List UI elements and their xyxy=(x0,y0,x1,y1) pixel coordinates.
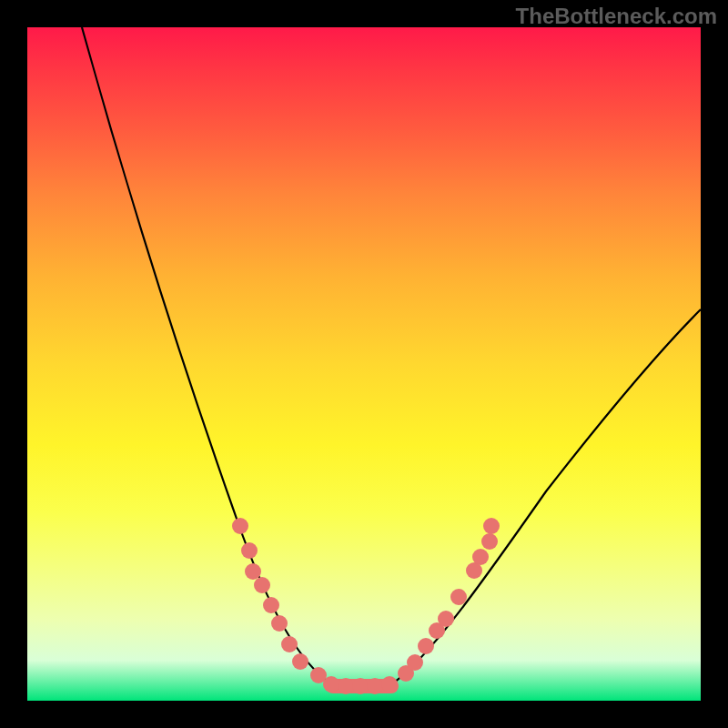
dot xyxy=(381,676,398,693)
dot xyxy=(481,533,498,550)
dot xyxy=(352,678,369,694)
watermark-text: TheBottleneck.com xyxy=(516,4,717,29)
dot xyxy=(367,678,383,694)
dot xyxy=(232,518,248,534)
dot-group xyxy=(232,518,500,694)
dot xyxy=(483,518,500,534)
left-curve xyxy=(82,27,332,684)
plot-area xyxy=(27,27,701,701)
dot xyxy=(450,589,467,605)
dot xyxy=(263,597,279,613)
dot xyxy=(254,577,270,593)
dot xyxy=(323,676,339,693)
dot xyxy=(472,549,489,565)
dot xyxy=(281,636,298,652)
dot xyxy=(241,542,258,559)
dot xyxy=(292,653,308,670)
outer-frame: TheBottleneck.com xyxy=(0,0,728,728)
chart-svg xyxy=(27,27,701,701)
dot xyxy=(407,654,423,671)
dot xyxy=(338,678,354,694)
dot xyxy=(418,638,434,654)
dot xyxy=(438,611,454,627)
dot xyxy=(271,615,288,632)
dot xyxy=(245,563,261,580)
